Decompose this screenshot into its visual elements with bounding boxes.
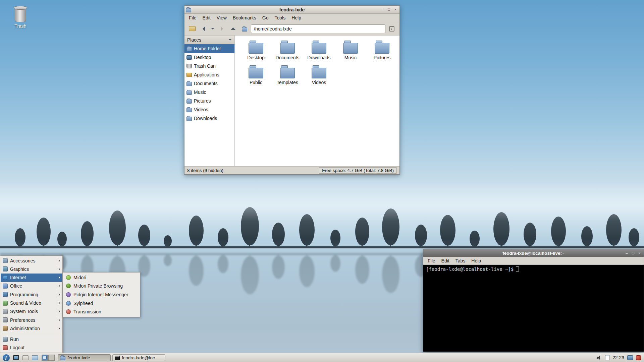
menu-item-label: Preferences <box>10 317 35 323</box>
sidebar-item-applications[interactable]: Applications <box>184 70 234 79</box>
menu-item-system-tools[interactable]: System Tools <box>1 307 62 316</box>
start-menu-button[interactable]: f <box>2 354 10 362</box>
fm-titlebar[interactable]: feodra-lxde – □ × <box>184 6 399 14</box>
internet-globe-icon <box>3 275 8 280</box>
menu-item-label: Programming <box>10 292 38 297</box>
fm-maximize-button[interactable]: □ <box>386 7 392 12</box>
display-settings-icon[interactable] <box>627 355 633 360</box>
menu-item-label: Internet <box>10 275 26 280</box>
submenu-item-sylpheed[interactable]: Sylpheed <box>63 299 140 308</box>
monitor-icon <box>13 355 19 360</box>
menu-item-label: Sound & Video <box>10 300 41 306</box>
new-tab-button[interactable] <box>187 24 197 34</box>
up-button[interactable] <box>228 24 238 34</box>
folder-icon <box>280 68 295 78</box>
launcher-minimize-all[interactable] <box>31 354 39 361</box>
menu-item-accessories[interactable]: Accessories <box>1 256 62 265</box>
file-templates[interactable]: Templates <box>272 65 303 90</box>
file-pictures[interactable]: Pictures <box>366 40 398 65</box>
terminal-output[interactable]: [feodra-lxde@localhost-live ~]$ <box>423 265 644 352</box>
clipboard-manager-icon[interactable] <box>605 355 609 360</box>
sidebar-item-pictures[interactable]: Pictures <box>184 97 234 105</box>
windows-icon <box>32 355 38 360</box>
menu-item-preferences[interactable]: Preferences <box>1 316 62 324</box>
back-button[interactable] <box>199 24 209 34</box>
fm-close-button[interactable]: × <box>392 7 398 12</box>
menu-item-label: Logout <box>10 345 24 350</box>
places-selector[interactable]: Places <box>184 36 234 44</box>
file-desktop[interactable]: Desktop <box>240 40 272 65</box>
sidebar-item-downloads[interactable]: Downloads <box>184 114 234 123</box>
file-downloads[interactable]: Downloads <box>303 40 335 65</box>
submenu-item-label: Midori Private Browsing <box>73 283 123 289</box>
menu-item-run[interactable]: Run <box>1 335 62 344</box>
fm-menu-file[interactable]: File <box>186 14 200 21</box>
up-arrow-icon <box>231 27 235 30</box>
fm-menu-go[interactable]: Go <box>259 14 272 21</box>
taskbar-task-file-manager[interactable]: feodra-lxde <box>58 354 111 361</box>
fm-menu-help[interactable]: Help <box>288 14 304 21</box>
sidebar-item-trash-can[interactable]: Trash Can <box>184 62 234 70</box>
forward-button[interactable] <box>217 24 227 34</box>
sidebar-item-home-folder[interactable]: Home Folder <box>184 44 234 53</box>
clock[interactable]: 22:23 <box>612 355 624 360</box>
taskbar: f feodra-lxde feodra-lxde@loc... 22:23 <box>0 353 644 362</box>
path-entry[interactable] <box>251 24 385 33</box>
terminal-titlebar[interactable]: feodra-lxde@localhost-live:~ – □ × <box>423 249 644 257</box>
fm-menu-tools[interactable]: Tools <box>272 14 289 21</box>
submenu-item-midori-private[interactable]: Midori Private Browsing <box>63 282 140 291</box>
submenu-item-label: Transmission <box>73 309 101 314</box>
launcher-desktop-settings[interactable] <box>12 354 20 361</box>
submenu-item-midori[interactable]: Midori <box>63 273 140 282</box>
menu-item-administration[interactable]: Administration <box>1 324 62 333</box>
menu-item-sound-video[interactable]: Sound & Video <box>1 299 62 307</box>
terminal-close-button[interactable]: × <box>637 251 642 256</box>
menu-item-label: System Tools <box>10 309 38 314</box>
menu-item-internet[interactable]: Internet <box>1 274 62 282</box>
pager-desktop-2[interactable] <box>48 355 55 361</box>
terminal-minimize-button[interactable]: – <box>624 251 630 256</box>
office-icon <box>3 284 8 289</box>
folder-icon <box>186 117 192 121</box>
file-documents[interactable]: Documents <box>272 40 303 65</box>
taskbar-task-terminal[interactable]: feodra-lxde@loc... <box>112 354 165 361</box>
sidebar-item-desktop[interactable]: Desktop <box>184 53 234 62</box>
volume-icon[interactable] <box>597 355 602 360</box>
menu-item-programming[interactable]: Programming <box>1 290 62 299</box>
terminal-maximize-button[interactable]: □ <box>630 251 636 256</box>
menu-item-office[interactable]: Office <box>1 282 62 290</box>
sidebar-item-documents[interactable]: Documents <box>184 79 234 88</box>
alert-notification-icon[interactable] <box>636 355 641 360</box>
file-public[interactable]: Public <box>240 65 272 90</box>
history-dropdown-button[interactable] <box>210 24 215 34</box>
sound-video-icon <box>3 301 8 306</box>
administration-icon <box>3 326 8 331</box>
back-arrow-icon <box>203 26 205 31</box>
menu-item-logout[interactable]: Logout <box>1 344 62 352</box>
launcher-file-manager[interactable] <box>21 354 29 361</box>
fm-menu-view[interactable]: View <box>214 14 230 21</box>
applications-icon <box>186 73 192 77</box>
submenu-item-pidgin[interactable]: Pidgin Internet Messenger <box>63 290 140 299</box>
sidebar-item-music[interactable]: Music <box>184 88 234 97</box>
file-music[interactable]: Music <box>335 40 366 65</box>
pager-desktop-1[interactable] <box>42 355 48 361</box>
trash-desktop-icon[interactable]: Trash <box>9 5 32 29</box>
terminal-menu-file[interactable]: File <box>425 257 438 264</box>
jump-to-button[interactable] <box>387 24 397 34</box>
terminal-menu-tabs[interactable]: Tabs <box>452 257 469 264</box>
menu-item-label: Administration <box>10 326 40 331</box>
submenu-item-transmission[interactable]: Transmission <box>63 307 140 316</box>
fm-menu-edit[interactable]: Edit <box>200 14 214 21</box>
sidebar-item-videos[interactable]: Videos <box>184 105 234 114</box>
menu-item-graphics[interactable]: Graphics <box>1 265 62 273</box>
terminal-menu-edit[interactable]: Edit <box>438 257 452 264</box>
fm-menu-bookmarks[interactable]: Bookmarks <box>230 14 259 21</box>
file-videos[interactable]: Videos <box>303 65 335 90</box>
folder-icon <box>312 68 326 78</box>
folder-icon <box>249 43 263 54</box>
fm-minimize-button[interactable]: – <box>380 7 385 12</box>
menu-item-label: Accessories <box>10 258 35 263</box>
terminal-menu-help[interactable]: Help <box>468 257 484 264</box>
home-button[interactable] <box>239 24 250 34</box>
